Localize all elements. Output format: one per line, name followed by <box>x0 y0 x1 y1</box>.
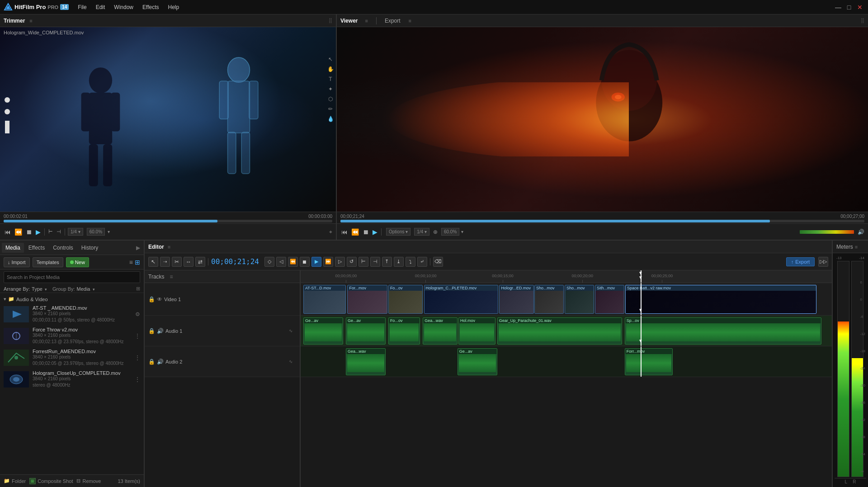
menu-help[interactable]: Help <box>166 3 181 11</box>
ed-in-button[interactable]: ⊢ <box>359 257 368 267</box>
audio-clip-6[interactable]: Sp...ov <box>625 317 821 345</box>
trimmer-mark-out-button[interactable]: ⊣ <box>56 228 62 236</box>
trim-marker-mid[interactable] <box>5 109 10 114</box>
trim-marker-bar[interactable] <box>5 121 9 133</box>
video-clip-8[interactable]: Space Batt...v2 raw.mov <box>625 285 816 314</box>
trim-marker-top[interactable] <box>5 97 10 103</box>
audio-clip-1[interactable]: Ge...av <box>346 317 386 345</box>
editor-export-button[interactable]: ↑ Export <box>786 257 815 266</box>
eyedrop-tool-icon[interactable]: 💧 <box>327 116 334 123</box>
ed-next-frame-button[interactable]: ⏩ <box>323 257 333 267</box>
menu-edit[interactable]: Edit <box>94 3 107 11</box>
ed-loop-button[interactable]: ↺ <box>347 257 357 267</box>
menu-file[interactable]: File <box>76 3 88 11</box>
ed-add-marker-button[interactable]: ◇ <box>264 257 274 267</box>
menu-effects[interactable]: Effects <box>141 3 160 11</box>
ed-out-button[interactable]: ⊣ <box>370 257 380 267</box>
tab-controls[interactable]: Controls <box>49 243 77 253</box>
folder-button[interactable]: 📁 Folder <box>4 478 26 484</box>
razor-tool-button[interactable]: ✂ <box>172 257 182 267</box>
new-button[interactable]: New <box>66 257 89 267</box>
tab-history[interactable]: History <box>78 243 102 253</box>
audio2-clip-1[interactable]: Ge...av <box>458 348 497 375</box>
tracks-menu-icon[interactable]: ≡ <box>170 274 173 280</box>
ed-stop-button[interactable]: ⏹ <box>300 257 310 267</box>
viewer-zoom[interactable]: 60.0% <box>441 228 459 236</box>
cursor-tool-button[interactable]: ↖ <box>148 257 158 267</box>
video-clip-3[interactable]: Hologram_C...PLETED.mov <box>424 285 499 314</box>
export-menu-icon[interactable]: ≡ <box>409 18 411 24</box>
audio-clip-5[interactable]: Gear_Up_Parachute_01.wav <box>497 317 622 345</box>
ed-prev-frame-button[interactable]: ⏪ <box>288 257 298 267</box>
audio-clip-3[interactable]: Gea...wav <box>423 317 457 345</box>
audio2-track-lock-icon[interactable]: 🔒 <box>148 359 155 365</box>
ed-play-button[interactable]: ▶ <box>311 257 321 267</box>
options-label[interactable]: Options ▾ <box>386 228 410 236</box>
export-tab[interactable]: Export <box>385 18 401 24</box>
trimmer-snap-icon[interactable]: ⌖ <box>329 229 332 235</box>
video-clip-5[interactable]: Sho...mov <box>534 285 564 314</box>
video-track-lock-icon[interactable]: 🔒 <box>148 296 155 303</box>
arrange-options-icon[interactable]: ⊞ <box>136 286 140 292</box>
ed-lift-button[interactable]: ⤒ <box>382 257 392 267</box>
media-options-0[interactable]: ⚙ <box>135 311 140 317</box>
slip-tool-button[interactable]: ↔ <box>184 257 193 267</box>
ed-insert-button[interactable]: ⤶ <box>417 257 427 267</box>
transform-tool-icon[interactable]: ✦ <box>327 86 334 93</box>
import-button[interactable]: ↓ Import <box>4 257 30 267</box>
remove-button[interactable]: ⊟ Remove <box>76 478 101 484</box>
audio2-clip-2[interactable]: Forr...mov <box>625 348 673 375</box>
editor-menu-icon[interactable]: ≡ <box>168 244 170 250</box>
select-tool-icon[interactable]: ↖ <box>327 56 334 63</box>
editor-options-button[interactable]: ▷▷ <box>818 257 828 267</box>
group-media[interactable]: Media ▾ <box>77 286 95 292</box>
list-item[interactable]: Force Throw v2.mov 3840 × 2160 pixels 00… <box>0 325 144 347</box>
viewer-scrubber[interactable] <box>340 220 864 222</box>
trimmer-play-button[interactable]: ▶ <box>35 227 42 236</box>
ripple-tool-button[interactable]: ⇢ <box>160 257 170 267</box>
trimmer-mark-in-button[interactable]: ⊢ <box>47 228 54 236</box>
viewer-prev-button[interactable]: ⏪ <box>350 227 360 236</box>
close-button[interactable]: ✕ <box>855 3 864 12</box>
hand-tool-icon[interactable]: ✋ <box>327 66 334 73</box>
video-clip-2[interactable]: Fo...ov <box>388 285 423 314</box>
audio-clip-0[interactable]: Ge...av <box>303 317 343 345</box>
arrange-type[interactable]: Type ▾ <box>32 286 47 292</box>
grid-view-icon[interactable]: ⊞ <box>135 259 140 266</box>
pen-tool-icon[interactable]: ✏ <box>327 106 334 113</box>
media-options-2[interactable]: ⋮ <box>135 355 140 361</box>
meters-menu-icon[interactable]: ≡ <box>855 244 858 250</box>
zoom-fit-icon[interactable]: ⊕ <box>433 229 438 235</box>
ed-next-marker-button[interactable]: ▷ <box>335 257 345 267</box>
viewer-audio-icon[interactable]: 🔊 <box>858 229 864 235</box>
ed-extract-button[interactable]: ⤓ <box>394 257 404 267</box>
list-view-icon[interactable]: ≡ <box>129 259 133 266</box>
video-clip-4[interactable]: Hologr...ED.mov <box>499 285 533 314</box>
list-item[interactable]: Hologram_CloseUp_COMPLETED.mov 3840 × 21… <box>0 369 144 390</box>
tab-media[interactable]: Media <box>2 243 24 253</box>
left-panel-more-button[interactable]: ▶ <box>134 245 142 251</box>
ed-ripple-delete-button[interactable]: ⌫ <box>433 257 443 267</box>
trimmer-rewind-button[interactable]: ⏮ <box>4 227 12 236</box>
video-clip-0[interactable]: AT-ST...D.mov <box>303 285 346 314</box>
trimmer-menu-icon[interactable]: ≡ <box>29 18 32 24</box>
audio2-clip-0[interactable]: Gea...wav <box>346 348 386 375</box>
trimmer-prev-button[interactable]: ⏪ <box>14 227 23 236</box>
minimize-button[interactable]: — <box>834 3 843 12</box>
viewer-rewind-button[interactable]: ⏮ <box>340 227 349 236</box>
mask-tool-icon[interactable]: ⬡ <box>327 96 334 103</box>
composite-shot-button[interactable]: ⊞ Composite Shot <box>29 478 73 484</box>
search-input[interactable] <box>4 271 140 283</box>
list-item[interactable]: AT-ST _ AMENDED.mov 3840 × 2160 pixels 0… <box>0 303 144 325</box>
viewer-menu-icon[interactable]: ≡ <box>365 18 368 24</box>
video-clip-6[interactable]: Sho...mov <box>565 285 594 314</box>
viewer-play-button[interactable]: ▶ <box>372 227 378 236</box>
trimmer-zoom[interactable]: 60.0% <box>87 228 105 236</box>
ed-prev-marker-button[interactable]: ◁ <box>276 257 286 267</box>
video-clip-7[interactable]: Sith...mov <box>595 285 624 314</box>
trimmer-scrubber[interactable] <box>4 220 332 222</box>
slide-tool-button[interactable]: ⇄ <box>195 257 205 267</box>
editor-timecode[interactable]: 00;00;21;24 <box>211 257 259 266</box>
audio1-track-lock-icon[interactable]: 🔒 <box>148 328 155 334</box>
ed-overwrite-button[interactable]: ⤵ <box>406 257 415 267</box>
